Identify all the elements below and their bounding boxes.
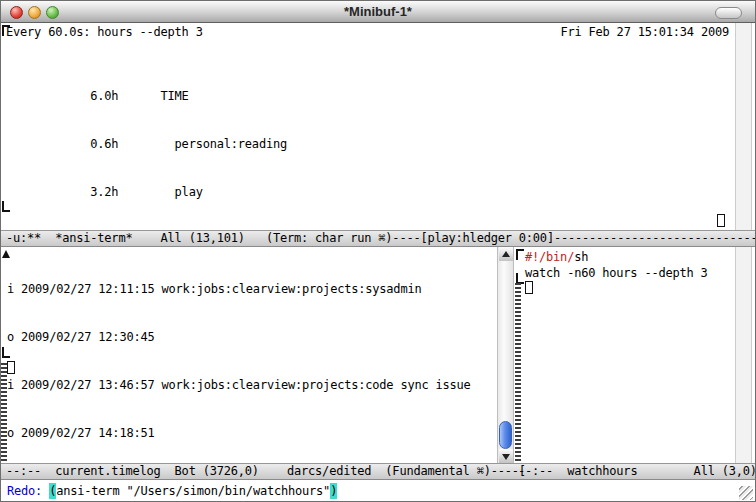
timelog-window[interactable]: i 2009/02/27 12:11:15 work:jobs:clearvie… (1, 247, 497, 463)
report-line: 6.0h TIME (6, 88, 287, 104)
timelog-line: o 2009/02/27 12:30:45 (7, 329, 471, 345)
modeline-watchhours-text: --:-- watchhours All (3,0) (518, 464, 755, 479)
close-paren-highlight: ) (330, 483, 337, 499)
modeline-bottom[interactable]: --:-- current.timelog Bot (3726,0) darcs… (1, 463, 755, 480)
scroll-up-button[interactable] (499, 247, 513, 261)
shebang-line: #!/bin/sh (525, 249, 588, 265)
timelog-scrollbar[interactable] (497, 247, 514, 463)
open-paren-highlight: ( (49, 483, 56, 499)
shebang-interpreter: sh (574, 250, 588, 264)
buffer-top-indicator-icon (516, 249, 524, 260)
modeline-text: -u:** *ansi-term* All (13,101) (Term: ch… (6, 231, 755, 246)
term-cursor (717, 214, 725, 227)
window-title: *Minibuf-1* (1, 4, 755, 19)
down-arrow-icon (502, 454, 510, 460)
resize-grip[interactable] (739, 486, 753, 500)
script-cursor (525, 281, 533, 294)
toolbar-toggle-button[interactable] (715, 7, 742, 19)
minibuffer[interactable]: Redo: (ansi-term "/Users/simon/bin/watch… (1, 480, 755, 502)
timelog-line: i 2009/02/27 12:11:15 work:jobs:clearvie… (7, 281, 471, 297)
report-line: 0.6h personal:reading (6, 136, 287, 152)
report-line: 3.2h play (6, 184, 287, 200)
timelog-line: i 2009/02/27 13:46:57 work:jobs:clearvie… (7, 377, 471, 393)
watch-command-line: watch -n60 hours --depth 3 (525, 265, 708, 281)
up-arrow-icon (502, 251, 510, 257)
emacs-window: *Minibuf-1* Every 60.0s: hours --depth 3… (0, 0, 756, 502)
scroll-down-button[interactable] (499, 449, 513, 463)
script-scrollbar-track[interactable] (735, 247, 752, 463)
shebang-comment: #!/bin/ (525, 250, 574, 264)
watch-header-timestamp: Fri Feb 27 15:01:34 2009 (560, 24, 729, 40)
scrollbar-thumb[interactable] (499, 421, 512, 449)
timelog-line: o 2009/02/27 14:18:51 (7, 425, 471, 441)
watch-header-command: Every 60.0s: hours --depth 3 (6, 24, 203, 40)
minibuffer-prompt: Redo: (7, 483, 49, 499)
empty-lines-indicator (515, 283, 521, 463)
modeline-timelog-text: --:-- current.timelog Bot (3726,0) darcs… (6, 464, 526, 479)
minibuffer-line: Redo: (ansi-term "/Users/simon/bin/watch… (7, 483, 337, 499)
modeline-ansi-term[interactable]: -u:** *ansi-term* All (13,101) (Term: ch… (1, 230, 755, 247)
timelog-cursor (7, 361, 15, 374)
titlebar[interactable]: *Minibuf-1* (1, 1, 755, 23)
script-window[interactable]: #!/bin/sh watch -n60 hours --depth 3 (514, 247, 735, 463)
term-scrollbar-track[interactable] (735, 23, 752, 230)
term-window[interactable]: Every 60.0s: hours --depth 3 Fri Feb 27 … (1, 23, 755, 230)
minibuffer-command: ansi-term "/Users/simon/bin/watchhours" (56, 483, 330, 499)
